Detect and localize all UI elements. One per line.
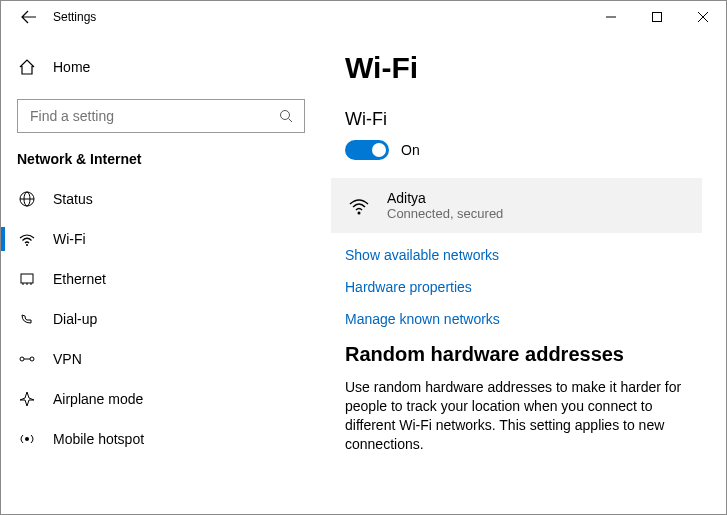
svg-point-17	[25, 437, 29, 441]
svg-rect-10	[21, 274, 33, 283]
ethernet-icon	[17, 270, 37, 288]
sidebar-item-wifi[interactable]: Wi-Fi	[1, 219, 321, 259]
link-list: Show available networks Hardware propert…	[345, 247, 702, 327]
show-networks-link[interactable]: Show available networks	[345, 247, 702, 263]
home-icon	[17, 58, 37, 76]
sidebar-item-label: Status	[37, 191, 93, 207]
svg-line-5	[289, 119, 293, 123]
maximize-icon	[652, 12, 662, 22]
sidebar-item-label: Ethernet	[37, 271, 106, 287]
sidebar-item-ethernet[interactable]: Ethernet	[1, 259, 321, 299]
sidebar-item-airplane[interactable]: Airplane mode	[1, 379, 321, 419]
sidebar-item-label: Wi-Fi	[37, 231, 86, 247]
wifi-toggle-state: On	[401, 142, 420, 158]
search-input[interactable]	[28, 107, 278, 125]
window-buttons	[588, 1, 726, 33]
toggle-knob	[372, 143, 386, 157]
network-status: Connected, secured	[387, 206, 503, 221]
svg-point-15	[30, 357, 34, 361]
sidebar: Home Network & Internet Status Wi-Fi	[1, 33, 321, 514]
svg-rect-1	[653, 13, 662, 22]
sidebar-item-label: VPN	[37, 351, 82, 367]
network-name: Aditya	[387, 190, 503, 206]
close-icon	[698, 12, 708, 22]
sidebar-item-status[interactable]: Status	[1, 179, 321, 219]
svg-point-14	[20, 357, 24, 361]
sidebar-item-dialup[interactable]: Dial-up	[1, 299, 321, 339]
back-arrow-icon	[21, 9, 37, 25]
titlebar: Settings	[1, 1, 726, 33]
wifi-toggle[interactable]	[345, 140, 389, 160]
sidebar-home-label: Home	[37, 59, 90, 75]
sidebar-item-label: Airplane mode	[37, 391, 143, 407]
hardware-properties-link[interactable]: Hardware properties	[345, 279, 702, 295]
svg-point-4	[281, 111, 290, 120]
wifi-toggle-label: Wi-Fi	[345, 109, 702, 130]
minimize-button[interactable]	[588, 1, 634, 33]
sidebar-category: Network & Internet	[1, 151, 321, 179]
wifi-toggle-row: On	[345, 140, 702, 160]
current-network-card[interactable]: Aditya Connected, secured	[331, 178, 702, 233]
back-button[interactable]	[9, 1, 49, 33]
page-title: Wi-Fi	[345, 51, 702, 85]
manage-known-networks-link[interactable]: Manage known networks	[345, 311, 702, 327]
svg-point-18	[358, 211, 361, 214]
hotspot-icon	[17, 430, 37, 448]
wifi-signal-icon	[345, 194, 373, 218]
maximize-button[interactable]	[634, 1, 680, 33]
close-button[interactable]	[680, 1, 726, 33]
random-addresses-body: Use random hardware addresses to make it…	[345, 378, 702, 454]
sidebar-item-label: Dial-up	[37, 311, 97, 327]
minimize-icon	[606, 12, 616, 22]
vpn-icon	[17, 350, 37, 368]
sidebar-item-hotspot[interactable]: Mobile hotspot	[1, 419, 321, 459]
search-icon	[278, 109, 294, 123]
airplane-icon	[17, 390, 37, 408]
network-text: Aditya Connected, secured	[373, 190, 503, 221]
wifi-icon	[17, 230, 37, 248]
sidebar-item-label: Mobile hotspot	[37, 431, 144, 447]
dialup-icon	[17, 310, 37, 328]
sidebar-home[interactable]: Home	[1, 47, 321, 87]
content-area: Home Network & Internet Status Wi-Fi	[1, 33, 726, 514]
svg-point-9	[26, 244, 28, 246]
search-box[interactable]	[17, 99, 305, 133]
main-panel: Wi-Fi Wi-Fi On Aditya Connected, secured…	[321, 33, 726, 514]
random-addresses-title: Random hardware addresses	[345, 343, 702, 366]
window-title: Settings	[49, 10, 96, 24]
globe-icon	[17, 190, 37, 208]
sidebar-item-vpn[interactable]: VPN	[1, 339, 321, 379]
